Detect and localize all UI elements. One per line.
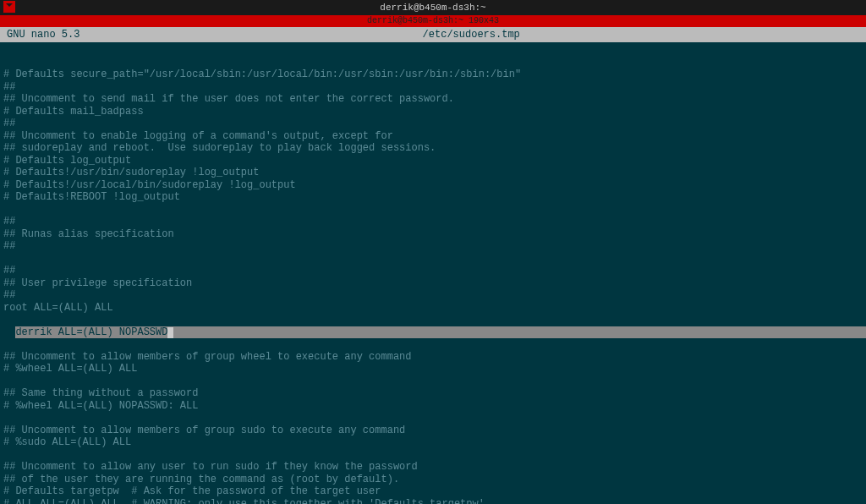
nano-filename: /etc/sudoers.tmp [79, 27, 863, 42]
window-title: derrik@b450m-ds3h:~ [380, 3, 485, 13]
session-text: derrik@b450m-ds3h:~ 190x43 [367, 16, 499, 25]
editor-line[interactable]: # ALL ALL=(ALL) ALL # WARNING: only use … [3, 498, 863, 505]
editor-line[interactable]: # Defaults log_output [3, 155, 863, 167]
editor-line[interactable] [3, 253, 863, 266]
editor-line[interactable]: # %wheel ALL=(ALL) ALL [3, 363, 863, 375]
editor-line[interactable]: ## Uncomment to allow members of group s… [3, 425, 863, 437]
editor-line[interactable]: ## Uncomment to send mail if the user do… [3, 93, 863, 106]
editor-line[interactable]: ## [3, 118, 863, 130]
nano-app-label: GNU nano 5.3 [3, 27, 79, 42]
editor-line[interactable]: # %wheel ALL=(ALL) NOPASSWD: ALL [3, 400, 863, 413]
editor-line[interactable] [3, 375, 863, 388]
editor-line[interactable]: ## Runas alias specification [3, 228, 863, 241]
editor-line[interactable]: # Defaults targetpw # Ask for the passwo… [3, 485, 863, 498]
editor-line[interactable] [3, 449, 863, 462]
cursor-icon [167, 327, 173, 338]
editor-line[interactable]: ## [3, 240, 863, 253]
editor-line[interactable]: ## Uncomment to allow members of group w… [3, 351, 863, 364]
editor-line[interactable] [3, 412, 863, 425]
editor-line[interactable]: # Defaults!REBOOT !log_output [3, 191, 863, 204]
editor-line[interactable]: ## [3, 216, 863, 228]
editor-line[interactable]: root ALL=(ALL) ALL [3, 302, 863, 315]
editor-line[interactable]: # %sudo ALL=(ALL) ALL [3, 436, 863, 449]
editor-line[interactable]: ## User privilege specification [3, 277, 863, 290]
app-logo-icon [3, 1, 15, 13]
editor-content[interactable]: # Defaults secure_path="/usr/local/sbin:… [0, 42, 866, 504]
editor-line[interactable]: ## Same thing without a password [3, 387, 863, 400]
editor-line[interactable]: # Defaults mail_badpass [3, 106, 863, 118]
editor-line[interactable]: ## Uncomment to enable logging of a comm… [3, 130, 863, 143]
editor-highlighted-line[interactable]: derrik ALL=(ALL) NOPASSWD [15, 326, 866, 339]
terminal-session-bar: derrik@b450m-ds3h:~ 190x43 [0, 15, 866, 27]
editor-line[interactable]: ## Uncomment to allow any user to run su… [3, 461, 863, 474]
editor-line[interactable]: # Defaults!/usr/local/bin/sudoreplay !lo… [3, 179, 863, 192]
editor-line[interactable]: # Defaults!/usr/bin/sudoreplay !log_outp… [3, 167, 863, 179]
editor-line[interactable]: ## [3, 81, 863, 94]
editor-line[interactable] [3, 204, 863, 216]
nano-statusbar: GNU nano 5.3 /etc/sudoers.tmp [0, 27, 866, 42]
editor-line[interactable]: ## of the user they are running the comm… [3, 474, 863, 486]
editor-line[interactable]: # Defaults secure_path="/usr/local/sbin:… [3, 68, 863, 81]
editor-line[interactable]: ## sudoreplay and reboot. Use sudoreplay… [3, 142, 863, 155]
editor-line[interactable]: ## [3, 265, 863, 277]
highlighted-text: derrik ALL=(ALL) NOPASSWD [15, 326, 167, 338]
editor-line[interactable]: ## [3, 289, 863, 302]
window-titlebar: derrik@b450m-ds3h:~ [0, 0, 866, 15]
